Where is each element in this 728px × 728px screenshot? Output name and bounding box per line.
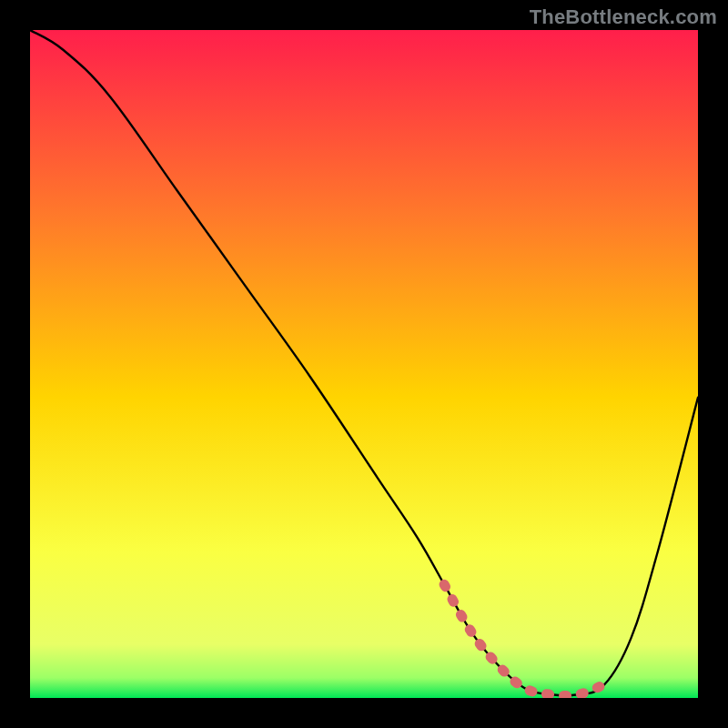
chart-stage: TheBottleneck.com xyxy=(0,0,728,728)
gradient-background xyxy=(30,30,698,698)
plot-area xyxy=(30,30,698,698)
attribution-text: TheBottleneck.com xyxy=(530,5,717,29)
plot-svg xyxy=(30,30,698,698)
